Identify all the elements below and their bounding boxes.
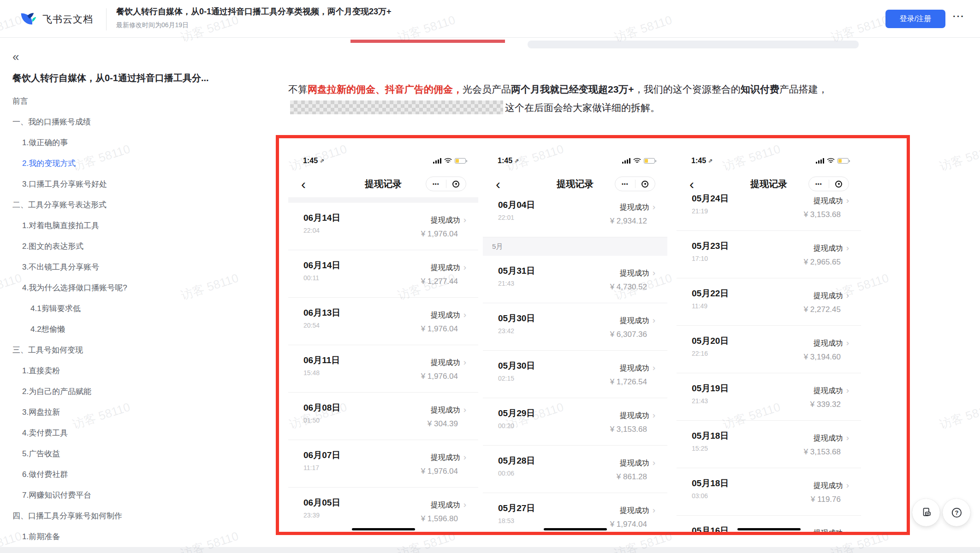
- chevron-right-icon: ›: [463, 310, 466, 319]
- record-amount: ¥ 2,965.65: [804, 258, 841, 267]
- record-date: 05月30日: [498, 312, 535, 324]
- month-section-header: 5月: [483, 237, 667, 256]
- record-amount: ¥ 3,153.68: [804, 210, 841, 219]
- record-time: 18:53: [498, 517, 514, 524]
- record-date: 05月18日: [692, 477, 729, 489]
- sidebar-item[interactable]: 4.我为什么选择做口播账号呢?: [0, 277, 263, 298]
- record-status: 提现成功›: [421, 262, 466, 273]
- record-status: 提现成功›: [428, 405, 466, 415]
- sidebar-item[interactable]: 1.直接卖粉: [0, 360, 263, 381]
- record-amount: ¥ 6,307.36: [610, 330, 647, 339]
- doc-paragraph: 不算网盘拉新的佣金、抖音广告的佣金，光会员产品两个月我就已经变现超23万+，我们…: [288, 80, 867, 117]
- record-status: 提现成功›: [814, 528, 849, 535]
- chevron-right-icon: ›: [463, 357, 466, 367]
- location-icon: ⇗: [708, 158, 713, 164]
- chevron-right-icon: ›: [846, 433, 849, 442]
- sidebar-item[interactable]: 7.网赚知识付费平台: [0, 485, 263, 506]
- status-time: 1:45 ⇗: [498, 157, 519, 165]
- withdrawal-record-row: 05月30日23:42提现成功›¥ 6,307.36: [483, 303, 667, 351]
- record-status: 提现成功›: [610, 315, 655, 326]
- chevron-right-icon: ›: [846, 385, 849, 395]
- chevron-right-icon: ›: [653, 268, 655, 277]
- record-amount: ¥ 304.39: [428, 419, 458, 429]
- record-date: 05月28日: [498, 455, 535, 467]
- text-segment: 光会员产品: [463, 84, 511, 94]
- withdrawal-record-row: 06月14日22:04提现成功›¥ 1,976.04: [288, 203, 478, 250]
- comment-feedback-button[interactable]: [912, 499, 940, 526]
- svg-text:?: ?: [955, 509, 958, 516]
- record-time: 15:25: [692, 445, 708, 452]
- sidebar-item[interactable]: 三、工具号如何变现: [0, 340, 263, 360]
- record-amount: ¥ 339.32: [810, 400, 841, 409]
- record-date: 05月29日: [498, 407, 535, 419]
- withdrawal-record-row: 05月20日22:16提现成功›¥ 3,194.60: [677, 326, 861, 373]
- sidebar-item[interactable]: 2.我的变现方式: [0, 153, 263, 174]
- battery-icon: [837, 158, 849, 164]
- text-segment-bold: 知识付费: [741, 84, 779, 94]
- text-segment: 不算: [288, 84, 308, 94]
- withdrawal-record-row: 05月18日15:25提现成功›¥ 3,153.68: [677, 421, 861, 468]
- record-amount: ¥ 4,730.52: [610, 282, 647, 292]
- record-time: 00:06: [498, 470, 514, 477]
- visitor-watermark: 访客 58110: [938, 399, 980, 433]
- sidebar-item[interactable]: 5.广告收益: [0, 443, 263, 464]
- sidebar-item[interactable]: 1.对着电脑直接拍工具: [0, 215, 263, 236]
- record-status: 提现成功›: [610, 505, 655, 516]
- record-status: 提现成功›: [617, 458, 655, 468]
- record-time: 23:39: [303, 512, 320, 519]
- home-indicator: [737, 528, 801, 530]
- sidebar-item[interactable]: 一、我的口播账号成绩: [0, 112, 263, 132]
- record-time: 00:11: [303, 274, 319, 282]
- record-time: 21:19: [692, 207, 708, 215]
- record-date: 05月27日: [498, 502, 535, 514]
- record-amount: ¥ 1,976.04: [421, 229, 458, 239]
- sidebar-item[interactable]: 2.为自己的产品赋能: [0, 381, 263, 402]
- record-status: 提现成功›: [811, 480, 849, 491]
- record-date: 06月05日: [303, 497, 340, 509]
- sidebar-item[interactable]: 4.1剪辑要求低: [0, 298, 263, 319]
- sidebar-item[interactable]: 6.做付费社群: [0, 464, 263, 485]
- chevron-right-icon: ›: [653, 458, 655, 467]
- feishu-logo-icon: [18, 10, 36, 28]
- sidebar-item[interactable]: 四、口播工具分享账号如何制作: [0, 506, 263, 526]
- login-register-button[interactable]: 登录/注册: [885, 10, 945, 28]
- sidebar-item[interactable]: 4.卖付费工具: [0, 423, 263, 443]
- chevron-right-icon: ›: [846, 290, 849, 300]
- sidebar-item[interactable]: 1.前期准备: [0, 526, 263, 547]
- withdrawal-record-row: 05月29日00:20提现成功›¥ 3,153.68: [483, 398, 667, 446]
- sidebar-item[interactable]: 二、工具分享账号表达形式: [0, 194, 263, 215]
- battery-icon: [644, 158, 655, 164]
- visitor-watermark: 访客 58110: [938, 141, 980, 175]
- signal-icon: [622, 158, 630, 164]
- outline-doc-title[interactable]: 餐饮人转行自媒体，从0-1通过抖音口播工具分...: [12, 72, 248, 84]
- more-menu-icon[interactable]: ···: [953, 11, 965, 22]
- sidebar-item[interactable]: 2.图文的表达形式: [0, 236, 263, 257]
- record-date: 05月24日: [692, 193, 729, 205]
- sidebar-item[interactable]: 3.口播工具分享账号好处: [0, 174, 263, 194]
- app-header: 飞书云文档 餐饮人转行自媒体，从0-1通过抖音口播工具分享类视频，两个月变现23…: [0, 0, 980, 38]
- record-status: 提现成功›: [804, 433, 849, 443]
- sidebar-item[interactable]: 前言: [0, 91, 263, 112]
- withdrawal-record-row: 05月23日17:10提现成功›¥ 2,965.65: [677, 231, 861, 278]
- record-time: 20:54: [303, 322, 320, 329]
- sidebar-item[interactable]: 3.不出镜工具分享账号: [0, 257, 263, 277]
- sidebar-item[interactable]: 3.网盘拉新: [0, 402, 263, 423]
- record-time: 02:15: [498, 375, 514, 382]
- withdrawal-record-row: 06月13日20:54提现成功›¥ 1,976.04: [288, 298, 478, 345]
- help-button[interactable]: ?: [943, 499, 970, 526]
- sidebar-item[interactable]: 1.做正确的事: [0, 132, 263, 153]
- record-time: 21:43: [498, 280, 514, 287]
- record-time: 22:01: [498, 214, 514, 221]
- record-date: 06月08日: [303, 402, 340, 414]
- chevron-right-icon: ›: [846, 528, 849, 535]
- withdrawal-records-image[interactable]: 1:45 ⇗‹提现记录•••06月14日22:04提现成功›¥ 1,976.04…: [276, 135, 910, 535]
- chevron-right-icon: ›: [653, 202, 655, 212]
- record-date: 05月20日: [692, 335, 729, 347]
- record-time: 00:20: [498, 422, 514, 429]
- chevron-right-icon: ›: [846, 243, 849, 253]
- horizontal-scrollbar-track[interactable]: [0, 547, 980, 553]
- collapse-sidebar-button[interactable]: «: [12, 50, 263, 65]
- app-name: 飞书云文档: [42, 13, 93, 26]
- withdrawal-record-row: 05月18日03:06提现成功›¥ 119.76: [677, 468, 861, 516]
- sidebar-item[interactable]: 4.2想偷懒: [0, 319, 263, 340]
